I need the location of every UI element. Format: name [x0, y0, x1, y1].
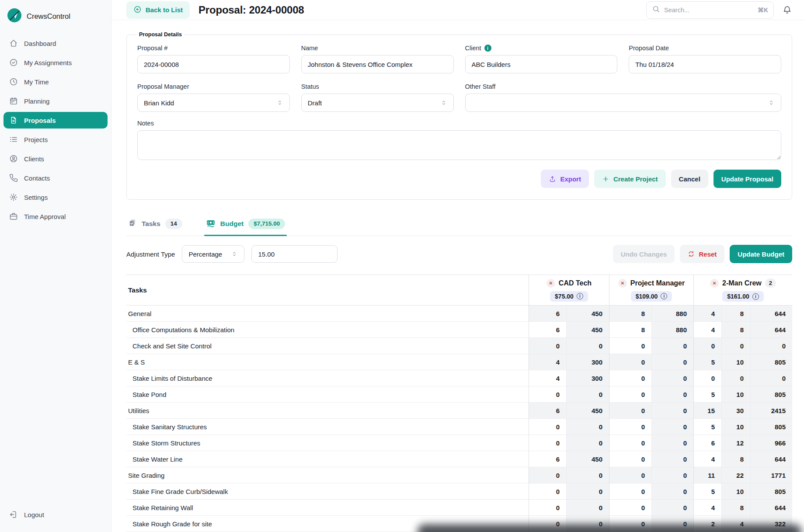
search-input[interactable]: [664, 7, 754, 14]
sidebar-nav: DashboardMy AssignmentsMy TimePlanningPr…: [3, 35, 108, 227]
budget-cell: 805: [750, 386, 792, 403]
sidebar-item-my-assignments[interactable]: My Assignments: [3, 54, 108, 71]
field-name: Name: [301, 45, 454, 73]
budget-cell: 0: [750, 338, 792, 354]
sidebar-item-settings[interactable]: Settings: [3, 189, 108, 205]
sidebar-item-label: Time Approval: [24, 213, 66, 220]
sidebar-item-label: Contacts: [24, 174, 50, 182]
status-select[interactable]: Draft: [301, 94, 454, 112]
logout-button[interactable]: Logout: [3, 506, 108, 523]
budget-cell-input[interactable]: 0: [529, 483, 566, 500]
name-input[interactable]: [301, 55, 454, 73]
export-button[interactable]: Export: [541, 170, 589, 188]
cancel-button[interactable]: Cancel: [671, 170, 708, 188]
proposal-details-legend: Proposal Details: [136, 31, 184, 38]
budget-cell-input[interactable]: 0: [609, 483, 651, 500]
budget-cell-input[interactable]: 4: [693, 322, 721, 338]
task-cell-site-grading: Site Grading: [126, 467, 529, 483]
budget-cell-input[interactable]: 0: [609, 386, 651, 403]
adjustment-type-select[interactable]: Percentage: [182, 245, 244, 263]
budget-cell-input[interactable]: 4: [529, 370, 566, 386]
budget-cell-input[interactable]: 8: [609, 322, 651, 338]
remove-resource-button[interactable]: ×: [546, 279, 555, 288]
budget-cell-input[interactable]: 0: [693, 370, 721, 386]
budget-cell-input[interactable]: 2: [693, 516, 721, 532]
budget-cell: 450: [566, 403, 609, 419]
budget-cell-input[interactable]: 0: [609, 500, 651, 516]
field-proposal-number: Proposal #: [137, 45, 290, 73]
update-budget-button[interactable]: Update Budget: [730, 245, 792, 263]
back-to-list-button[interactable]: Back to List: [126, 1, 190, 19]
budget-cell: 8: [721, 322, 750, 338]
remove-resource-button[interactable]: ×: [618, 279, 627, 288]
proposal-manager-select[interactable]: Brian Kidd: [137, 94, 290, 112]
budget-cell-input[interactable]: 6: [529, 451, 566, 467]
rate-info-icon[interactable]: i: [577, 293, 583, 299]
budget-cell-input[interactable]: 5: [693, 386, 721, 403]
update-proposal-button[interactable]: Update Proposal: [714, 170, 781, 188]
budget-cell: 5: [693, 354, 721, 370]
sidebar-item-proposals[interactable]: Proposals: [3, 112, 108, 129]
client-input[interactable]: [465, 55, 618, 73]
budget-cell-input[interactable]: 0: [529, 386, 566, 403]
notes-textarea[interactable]: [137, 130, 781, 160]
sidebar-item-contacts[interactable]: Contacts: [3, 170, 108, 186]
budget-cell-input[interactable]: 0: [609, 338, 651, 354]
budget-cell: 0: [566, 386, 609, 403]
budget-cell: 0: [609, 354, 651, 370]
tab-budget[interactable]: Budget $7,715.00: [204, 214, 287, 236]
budget-cell-input[interactable]: 4: [693, 500, 721, 516]
chevron-updown-icon: [768, 99, 775, 106]
task-cell-stake-fine-grade-curb-sidewalk: Stake Fine Grade Curb/Sidewalk: [126, 483, 529, 500]
sidebar-item-dashboard[interactable]: Dashboard: [3, 35, 108, 52]
proposal-number-input[interactable]: [137, 55, 290, 73]
budget-cell: 12: [721, 435, 750, 451]
sidebar-item-time-approval[interactable]: Time Approval: [3, 208, 108, 225]
budget-cell: 10: [721, 419, 750, 435]
sidebar-item-planning[interactable]: Planning: [3, 93, 108, 109]
reset-button[interactable]: Reset: [680, 245, 724, 263]
budget-cell: 880: [651, 322, 693, 338]
rate-info-icon[interactable]: i: [661, 293, 667, 299]
upload-icon: [549, 175, 556, 183]
notifications-bell-icon[interactable]: [783, 5, 792, 14]
undo-changes-button[interactable]: Undo Changes: [613, 245, 675, 263]
budget-cell-input[interactable]: 0: [609, 419, 651, 435]
budget-cell-input[interactable]: 0: [609, 370, 651, 386]
tab-tasks[interactable]: Tasks 14: [126, 214, 184, 236]
sidebar-item-clients[interactable]: Clients: [3, 150, 108, 167]
budget-cell-input[interactable]: 0: [609, 435, 651, 451]
budget-cell-input[interactable]: 5: [693, 483, 721, 500]
budget-cell-input[interactable]: 5: [693, 419, 721, 435]
budget-cell-input[interactable]: 0: [609, 451, 651, 467]
budget-cell: 966: [750, 435, 792, 451]
budget-cell-input[interactable]: 0: [529, 500, 566, 516]
phone-icon: [9, 174, 18, 182]
budget-cell: 11: [693, 467, 721, 483]
search-box: ⌘K: [646, 1, 774, 19]
resource-rate: $75.00: [555, 293, 574, 300]
adjustment-amount-input[interactable]: [251, 245, 338, 263]
sidebar-item-my-time[interactable]: My Time: [3, 73, 108, 90]
budget-cell-input[interactable]: 0: [529, 435, 566, 451]
rate-info-icon[interactable]: i: [752, 293, 759, 300]
budget-cell: 0: [651, 338, 693, 354]
sidebar-item-projects[interactable]: Projects: [3, 131, 108, 148]
proposal-date-input[interactable]: [629, 55, 781, 73]
budget-cell: 0: [566, 467, 609, 483]
logout-icon: [9, 510, 18, 519]
budget-cell-input[interactable]: 4: [693, 451, 721, 467]
client-info-icon[interactable]: i: [484, 45, 491, 52]
resource-rate: $109.00: [636, 293, 658, 300]
search-icon: [652, 5, 660, 15]
create-project-button[interactable]: Create Project: [594, 170, 666, 188]
budget-cell-input[interactable]: 6: [693, 435, 721, 451]
budget-cell-input[interactable]: 0: [529, 419, 566, 435]
budget-cell: 0: [651, 403, 693, 419]
budget-cell-input[interactable]: 6: [529, 322, 566, 338]
other-staff-select[interactable]: [465, 94, 782, 112]
budget-cell: 8: [609, 306, 651, 322]
remove-resource-button[interactable]: ×: [710, 279, 719, 288]
budget-cell-input[interactable]: 0: [609, 516, 651, 532]
budget-cell-input[interactable]: 0: [529, 516, 566, 532]
